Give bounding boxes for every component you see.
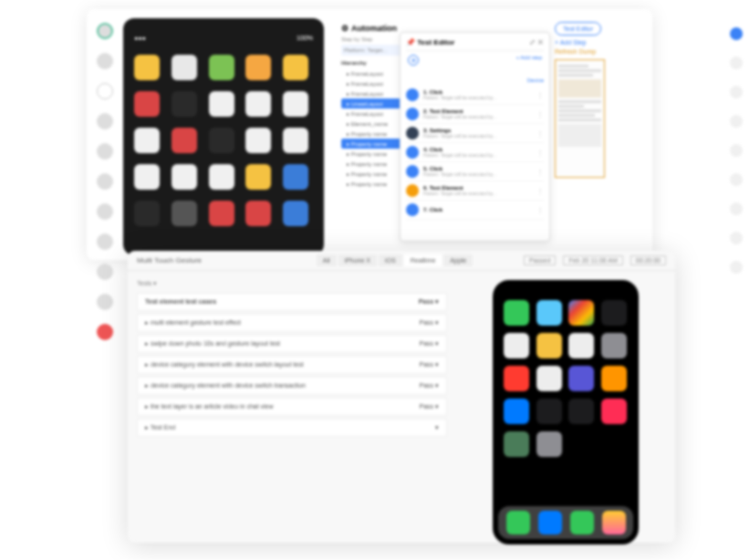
toolbar-record-icon[interactable] (97, 324, 113, 340)
device-link[interactable]: Device (527, 78, 544, 83)
toolbar-icon[interactable] (97, 173, 113, 190)
tablet-app-icon[interactable] (283, 91, 308, 117)
test-row[interactable]: ▸ multi element gesture test effectPass … (137, 314, 447, 332)
phone-app-icon[interactable] (504, 300, 529, 326)
test-editor-button[interactable]: Test Editor (555, 22, 601, 36)
dock-app-icon[interactable] (538, 511, 562, 534)
toolbar-icon[interactable] (97, 113, 113, 130)
phone-app-icon[interactable] (601, 366, 627, 391)
toolbar-icon[interactable] (97, 53, 113, 69)
refresh-dump-link[interactable]: Refresh Dump (555, 48, 646, 55)
right-icon[interactable] (730, 173, 743, 186)
phone-app-icon[interactable] (601, 399, 627, 424)
test-step[interactable]: 5. ClickPattern: Target will be executed… (406, 162, 544, 181)
phone-app-icon[interactable] (504, 431, 529, 457)
filter-dropdown[interactable]: Tests ▾ (137, 280, 447, 287)
tablet-app-icon[interactable] (172, 164, 197, 190)
add-step-link[interactable]: + Add Step (555, 39, 646, 46)
tablet-app-icon[interactable] (245, 128, 271, 153)
test-row[interactable]: ▸ Test End ▾ (137, 419, 447, 437)
phone-app-icon[interactable] (601, 300, 627, 326)
phone-app-icon[interactable] (536, 366, 562, 391)
dock-app-icon[interactable] (506, 511, 530, 534)
tablet-app-icon[interactable] (245, 201, 271, 226)
tablet-app-icon[interactable] (209, 91, 234, 117)
toolbar-close-icon[interactable] (97, 83, 113, 99)
test-step[interactable]: 2. Text ElementPattern: Target will be e… (406, 105, 544, 124)
phone-app-icon[interactable] (568, 366, 594, 391)
close-step-button[interactable]: ✕ (408, 55, 419, 66)
test-row[interactable]: ▸ the text layer is an article video in … (137, 398, 447, 416)
status-badge: Passed (524, 255, 556, 265)
dock-app-icon[interactable] (570, 511, 594, 534)
phone-app-icon[interactable] (504, 333, 529, 358)
device-tab[interactable]: Realtime (404, 254, 443, 266)
phone-app-icon[interactable] (536, 399, 562, 424)
test-step[interactable]: 4. ClickPattern: Target will be executed… (406, 143, 544, 162)
toolbar-icon[interactable] (97, 143, 113, 160)
tablet-app-icon[interactable] (283, 201, 308, 226)
tablet-app-icon[interactable] (209, 201, 234, 226)
popup-controls[interactable]: ⤢ ✕ (529, 38, 544, 47)
add-step-link[interactable]: + Add step (516, 55, 542, 66)
right-icon[interactable] (730, 261, 743, 274)
device-tab[interactable]: iPhone X (339, 254, 377, 266)
tablet-app-icon[interactable] (134, 55, 160, 80)
right-icon[interactable] (730, 202, 743, 215)
phone-app-icon[interactable] (536, 431, 562, 457)
tablet-app-icon[interactable] (283, 55, 308, 80)
phone-app-icon[interactable] (504, 399, 529, 424)
tablet-app-icon[interactable] (134, 128, 160, 153)
toolbar-icon[interactable] (97, 294, 113, 310)
tablet-app-icon[interactable] (172, 91, 197, 117)
test-rows: ▸ multi element gesture test effectPass … (137, 314, 447, 437)
right-icon[interactable] (730, 144, 743, 157)
tablet-app-icon[interactable] (245, 164, 271, 190)
test-step[interactable]: 6. Text ElementPattern: Target will be e… (406, 181, 544, 201)
tablet-app-grid (134, 55, 313, 226)
dump-thumbnail[interactable] (555, 59, 605, 178)
table-header: Test element test cases Pass ▾ (137, 293, 447, 311)
tablet-app-icon[interactable] (134, 164, 160, 190)
tablet-app-icon[interactable] (283, 164, 308, 190)
test-row[interactable]: ▸ device category element with device sw… (137, 377, 447, 395)
tablet-app-icon[interactable] (283, 128, 308, 153)
toolbar-icon[interactable] (97, 203, 113, 220)
test-row[interactable]: ▸ device category element with device sw… (137, 356, 447, 374)
dock-app-icon[interactable] (602, 511, 626, 534)
tablet-app-icon[interactable] (172, 55, 197, 80)
device-tab[interactable]: All (317, 254, 337, 266)
test-row[interactable]: ▸ swipe down photo 10s and gesture layou… (137, 335, 447, 353)
tablet-app-icon[interactable] (209, 164, 234, 190)
phone-app-icon[interactable] (568, 333, 594, 358)
phone-app-icon[interactable] (536, 300, 562, 326)
phone-app-icon[interactable] (568, 300, 594, 326)
toolbar-icon[interactable] (97, 23, 113, 39)
right-icon[interactable] (730, 86, 743, 99)
right-icon-bar (730, 27, 743, 274)
test-step[interactable]: 7. Click⋮ (406, 201, 544, 220)
test-step[interactable]: 1. ClickPattern: Target will be executed… (406, 86, 544, 105)
right-icon[interactable] (730, 115, 743, 128)
toolbar-icon[interactable] (97, 264, 113, 280)
toolbar-icon[interactable] (97, 233, 113, 250)
phone-device-preview (493, 280, 639, 544)
tablet-app-icon[interactable] (134, 91, 160, 117)
phone-app-icon[interactable] (568, 399, 594, 424)
device-tab[interactable]: iOS (379, 254, 402, 266)
right-icon[interactable] (730, 27, 743, 40)
right-icon[interactable] (730, 232, 743, 244)
tablet-app-icon[interactable] (172, 201, 197, 226)
tablet-app-icon[interactable] (245, 91, 271, 117)
tablet-app-icon[interactable] (209, 55, 234, 80)
tablet-app-icon[interactable] (209, 128, 234, 153)
phone-app-icon[interactable] (536, 333, 562, 358)
tablet-app-icon[interactable] (172, 128, 197, 153)
device-tab[interactable]: Apple (443, 254, 473, 266)
tablet-app-icon[interactable] (134, 201, 160, 226)
phone-app-icon[interactable] (601, 333, 627, 358)
right-icon[interactable] (730, 57, 743, 69)
tablet-app-icon[interactable] (245, 55, 271, 80)
test-step[interactable]: 3. SettingsPattern: Target will be execu… (406, 124, 544, 143)
phone-app-icon[interactable] (504, 366, 529, 391)
